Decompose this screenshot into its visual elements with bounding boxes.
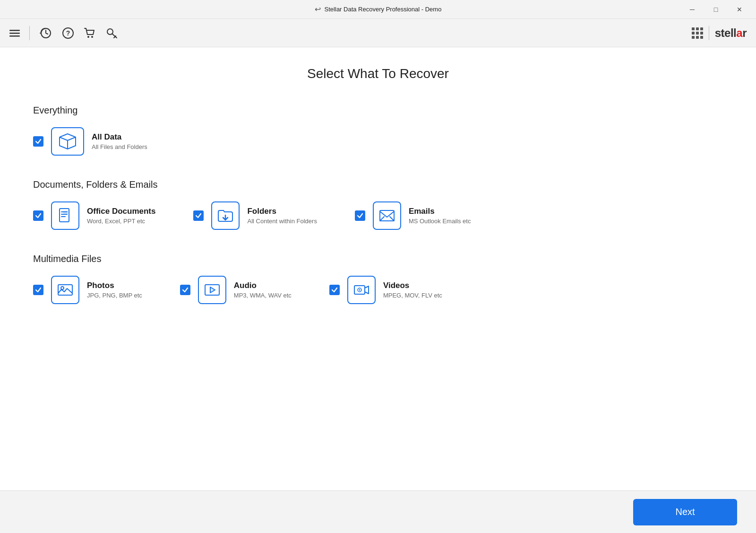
toolbar-separator-1	[29, 26, 30, 40]
key-icon[interactable]	[105, 27, 118, 39]
videos-text: Videos MPEG, MOV, FLV etc	[383, 281, 442, 299]
svg-rect-0	[9, 30, 20, 31]
checkbox-emails[interactable]	[355, 210, 365, 221]
audio-text: Audio MP3, WMA, WAV etc	[234, 281, 292, 299]
checkbox-office-documents[interactable]	[33, 210, 43, 221]
section-title-documents: Documents, Folders & Emails	[33, 179, 723, 190]
svg-point-24	[359, 289, 360, 291]
close-button[interactable]: ✕	[729, 2, 750, 17]
emails-text: Emails MS Outlook Emails etc	[409, 207, 471, 225]
help-icon[interactable]: ?	[62, 27, 74, 39]
videos-name: Videos	[383, 281, 442, 290]
all-data-desc: All Files and Folders	[92, 143, 147, 150]
office-documents-icon-box	[51, 201, 79, 230]
history-icon[interactable]	[39, 26, 52, 40]
cart-icon[interactable]	[84, 27, 96, 39]
svg-point-7	[91, 36, 93, 38]
maximize-button[interactable]: □	[705, 2, 727, 17]
svg-rect-14	[63, 210, 68, 214]
folders-text: Folders All Content within Folders	[247, 207, 317, 225]
photos-text: Photos JPG, PNG, BMP etc	[87, 281, 142, 299]
option-office-documents[interactable]: Office Documents Word, Excel, PPT etc	[33, 201, 155, 230]
main-content: Select What To Recover Everything	[0, 47, 756, 490]
emails-icon-box	[373, 201, 401, 230]
svg-rect-1	[9, 33, 20, 34]
apps-grid-icon[interactable]	[692, 27, 703, 39]
photos-desc: JPG, PNG, BMP etc	[87, 292, 142, 299]
footer: Next	[0, 490, 756, 533]
videos-desc: MPEG, MOV, FLV etc	[383, 292, 442, 299]
checkbox-photos[interactable]	[33, 285, 43, 295]
toolbar: ? stellar	[0, 19, 756, 47]
all-data-icon-box	[51, 127, 84, 156]
option-emails[interactable]: Emails MS Outlook Emails etc	[355, 201, 471, 230]
audio-desc: MP3, WMA, WAV etc	[234, 292, 292, 299]
section-title-everything: Everything	[33, 105, 723, 116]
section-documents: Documents, Folders & Emails	[33, 179, 723, 230]
folders-icon-box	[211, 201, 240, 230]
next-button[interactable]: Next	[633, 499, 737, 525]
folders-desc: All Content within Folders	[247, 218, 317, 225]
all-data-text: All Data All Files and Folders	[92, 132, 147, 150]
toolbar-left: ?	[9, 26, 118, 40]
everything-options: All Data All Files and Folders	[33, 127, 723, 156]
section-everything: Everything All Da	[33, 105, 723, 156]
checkbox-folders[interactable]	[193, 210, 204, 221]
title-bar-controls: ─ □ ✕	[681, 2, 750, 17]
audio-icon-box	[198, 276, 226, 304]
svg-line-17	[380, 217, 384, 221]
window-title: Stellar Data Recovery Professional - Dem…	[325, 6, 442, 13]
photos-icon-box	[51, 276, 79, 304]
menu-icon[interactable]	[9, 28, 20, 38]
option-photos[interactable]: Photos JPG, PNG, BMP etc	[33, 276, 142, 304]
svg-line-18	[390, 217, 394, 221]
back-icon: ↩	[315, 5, 321, 14]
audio-name: Audio	[234, 281, 292, 290]
office-documents-name: Office Documents	[87, 207, 155, 216]
checkbox-all-data[interactable]	[33, 136, 43, 147]
option-audio[interactable]: Audio MP3, WMA, WAV etc	[180, 276, 292, 304]
title-bar-center: ↩ Stellar Data Recovery Professional - D…	[315, 5, 442, 14]
checkbox-videos[interactable]	[329, 285, 340, 295]
stellar-logo: stellar	[715, 26, 747, 40]
videos-icon-box	[347, 276, 376, 304]
multimedia-options: Photos JPG, PNG, BMP etc	[33, 276, 723, 304]
section-title-multimedia: Multimedia Files	[33, 253, 723, 264]
documents-options: Office Documents Word, Excel, PPT etc	[33, 201, 723, 230]
all-data-name: All Data	[92, 132, 147, 142]
svg-text:?: ?	[66, 29, 70, 37]
svg-rect-19	[58, 285, 72, 295]
folders-name: Folders	[247, 207, 317, 216]
checkbox-audio[interactable]	[180, 285, 190, 295]
toolbar-separator-2	[709, 26, 709, 40]
office-documents-desc: Word, Excel, PPT etc	[87, 218, 155, 225]
option-videos[interactable]: Videos MPEG, MOV, FLV etc	[329, 276, 442, 304]
title-bar: ↩ Stellar Data Recovery Professional - D…	[0, 0, 756, 19]
svg-point-6	[87, 36, 89, 38]
emails-name: Emails	[409, 207, 471, 216]
section-multimedia: Multimedia Files Photos	[33, 253, 723, 304]
emails-desc: MS Outlook Emails etc	[409, 218, 471, 225]
minimize-button[interactable]: ─	[681, 2, 703, 17]
option-folders[interactable]: Folders All Content within Folders	[193, 201, 317, 230]
office-documents-text: Office Documents Word, Excel, PPT etc	[87, 207, 155, 225]
photos-name: Photos	[87, 281, 142, 290]
option-all-data[interactable]: All Data All Files and Folders	[33, 127, 147, 156]
page-title: Select What To Recover	[33, 66, 723, 81]
toolbar-right: stellar	[692, 26, 747, 40]
svg-rect-2	[9, 35, 20, 37]
